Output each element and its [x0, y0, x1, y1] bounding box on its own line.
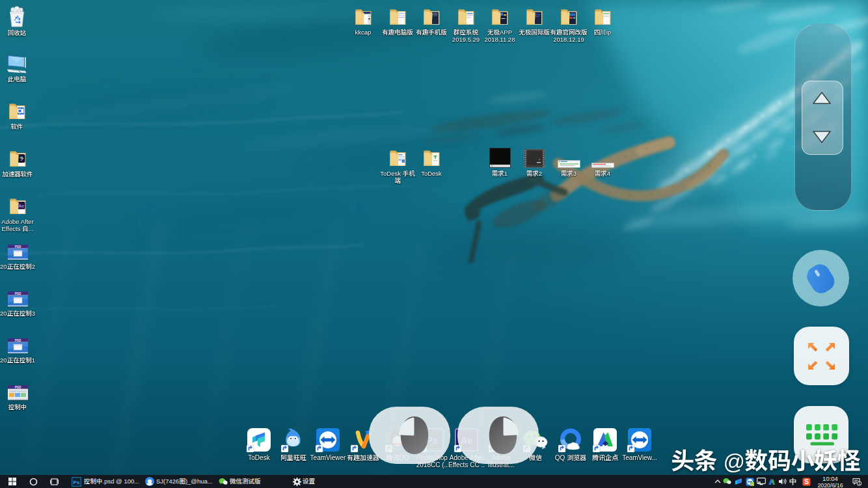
svg-text:PSD: PSD	[14, 245, 21, 249]
svg-text:Ae: Ae	[18, 204, 24, 208]
svg-text:Ps: Ps	[74, 480, 80, 485]
svg-text:1: 1	[858, 481, 861, 485]
svg-text:PSD: PSD	[14, 339, 21, 342]
svg-text:PSD: PSD	[14, 292, 21, 295]
svg-text:PSD: PSD	[14, 386, 21, 389]
svg-text:S: S	[804, 478, 809, 485]
